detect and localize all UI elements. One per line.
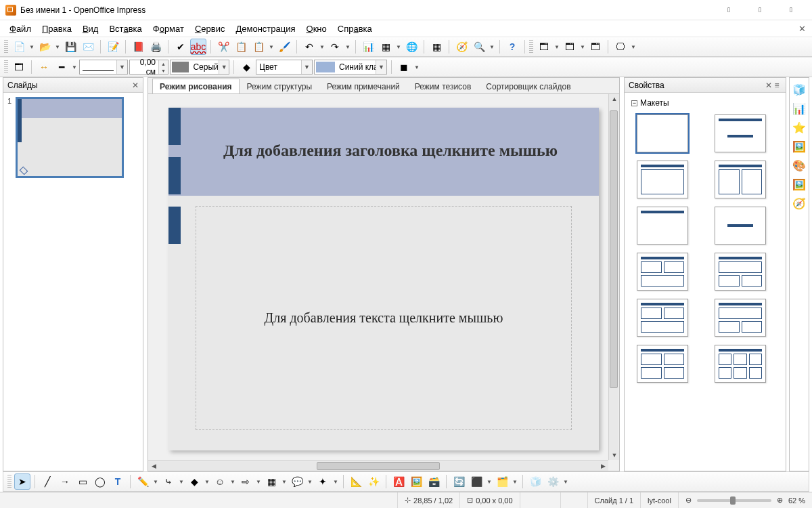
- format-paintbrush-button[interactable]: 🖌️: [276, 39, 292, 55]
- rotate-tool[interactable]: 🔄: [451, 473, 467, 490]
- table-button[interactable]: ▦: [378, 39, 394, 55]
- line-width-spinner[interactable]: 0,00 см ▲▼: [129, 60, 168, 75]
- arrange-tool[interactable]: 🗂️: [494, 473, 510, 490]
- print-button[interactable]: 🖨️: [148, 39, 164, 55]
- close-button[interactable]: : [775, 0, 807, 20]
- extrusion-tool[interactable]: 🧊: [527, 473, 543, 490]
- status-theme[interactable]: lyt-cool: [641, 492, 679, 508]
- zoom-in-button[interactable]: ⊕: [777, 496, 783, 505]
- new-dropdown[interactable]: ▼: [28, 39, 35, 55]
- curve-tool[interactable]: ✏️: [135, 473, 151, 490]
- properties-panel-close[interactable]: ✕: [765, 81, 772, 90]
- stars-tool[interactable]: ✦: [315, 473, 331, 490]
- sidebar-gallery-icon[interactable]: 🖼️: [792, 177, 807, 192]
- slides-list[interactable]: 1: [3, 93, 143, 471]
- layout-centered[interactable]: [715, 207, 766, 245]
- block-arrows-tool[interactable]: ⇨: [238, 473, 254, 490]
- arrow-tool[interactable]: →: [57, 473, 73, 490]
- slide-canvas[interactable]: Для добавления заголовка щелкните мышью …: [168, 108, 599, 450]
- menu-insert[interactable]: Вставка: [104, 22, 147, 35]
- layout-blank[interactable]: [637, 114, 688, 152]
- symbol-shapes-tool[interactable]: ☺: [212, 473, 228, 490]
- menu-view[interactable]: Вид: [77, 22, 104, 35]
- collapse-icon[interactable]: −: [631, 100, 637, 106]
- auto-spellcheck-button[interactable]: abc: [190, 39, 206, 55]
- from-file-tool[interactable]: 🖼️: [408, 473, 424, 490]
- toolbar-grip[interactable]: [4, 40, 8, 54]
- sidebar-transition-icon[interactable]: 🖼️: [792, 139, 807, 154]
- area-button[interactable]: ◆: [238, 59, 254, 75]
- status-slide[interactable]: Слайд 1 / 1: [588, 492, 641, 508]
- paste-dropdown[interactable]: ▼: [268, 39, 275, 55]
- sidebar-animation-icon[interactable]: ⭐: [792, 120, 807, 135]
- slide-title-placeholder[interactable]: Для добавления заголовка щелкните мышью: [209, 142, 572, 160]
- callout-tool[interactable]: 💬: [289, 473, 305, 490]
- line-pattern-combo[interactable]: ▼: [79, 60, 128, 75]
- zoom-value[interactable]: 62 %: [788, 496, 805, 505]
- horizontal-scrollbar[interactable]: ◀▶: [148, 460, 608, 471]
- text-tool[interactable]: T: [110, 473, 126, 490]
- hyperlink-button[interactable]: 🌐: [403, 39, 420, 55]
- open-dropdown[interactable]: ▼: [54, 39, 61, 55]
- zoom-dropdown[interactable]: ▼: [489, 39, 495, 55]
- navigator-button[interactable]: 🧭: [453, 39, 470, 55]
- interaction-tool[interactable]: ⚙️: [545, 473, 561, 490]
- help-button[interactable]: ?: [504, 39, 520, 55]
- select-tool[interactable]: ➤: [14, 473, 30, 490]
- export-pdf-button[interactable]: 📕: [130, 39, 146, 55]
- paste-button[interactable]: 📋: [250, 39, 267, 55]
- layout-10[interactable]: [715, 299, 766, 337]
- basic-shapes-tool[interactable]: ◆: [186, 473, 202, 490]
- layout-9[interactable]: [637, 299, 688, 337]
- zoom-button[interactable]: 🔍: [471, 39, 487, 55]
- layouts-section-header[interactable]: − Макеты: [630, 96, 780, 110]
- tab-sorter[interactable]: Сортировщик слайдов: [478, 79, 578, 94]
- toolbar-grip-3[interactable]: [4, 60, 8, 74]
- line-style-button[interactable]: ━: [53, 59, 70, 75]
- slideshow-button[interactable]: 🖵: [612, 39, 629, 55]
- open-button[interactable]: 📂: [37, 39, 53, 55]
- gallery-tool[interactable]: 🗃️: [426, 473, 442, 490]
- tab-handout[interactable]: Режим тезисов: [407, 79, 479, 94]
- layout-11[interactable]: [637, 345, 688, 383]
- points-tool[interactable]: 📐: [348, 473, 364, 490]
- zoom-slider[interactable]: [697, 499, 771, 502]
- sidebar-master-icon[interactable]: 📊: [792, 101, 807, 116]
- layout-two-content[interactable]: [715, 161, 766, 198]
- cut-button[interactable]: ✂️: [215, 39, 231, 55]
- flowchart-tool[interactable]: ▦: [263, 473, 279, 490]
- arrow-style-button[interactable]: ↔: [36, 59, 52, 75]
- tab-drawing[interactable]: Режим рисования: [152, 79, 240, 94]
- layout-8[interactable]: [715, 253, 766, 291]
- spellcheck-button[interactable]: ✔: [173, 39, 189, 55]
- glue-tool[interactable]: ✨: [365, 473, 382, 490]
- menu-tools[interactable]: Сервис: [189, 22, 231, 35]
- align-tool[interactable]: ⬛: [468, 473, 484, 490]
- drawbar-overflow[interactable]: ▼: [562, 473, 569, 490]
- grid-button[interactable]: ▦: [428, 39, 445, 55]
- vertical-scrollbar[interactable]: ▲▼: [608, 94, 619, 460]
- maximize-button[interactable]: : [744, 0, 775, 20]
- properties-panel-menu[interactable]: ≡: [772, 81, 782, 90]
- close-document-button[interactable]: ✕: [796, 24, 808, 34]
- sidebar-navigator-icon[interactable]: 🧭: [792, 196, 807, 211]
- layout-title-content[interactable]: [637, 161, 688, 198]
- fill-mode-combo[interactable]: Цвет▼: [256, 60, 313, 75]
- rectangle-tool[interactable]: ▭: [74, 473, 91, 490]
- menu-format[interactable]: Формат: [148, 22, 189, 35]
- menu-slideshow[interactable]: Демонстрация: [230, 22, 300, 35]
- minimize-button[interactable]: : [713, 0, 744, 20]
- line-tool[interactable]: ╱: [39, 473, 55, 490]
- slide-button[interactable]: 🗔: [536, 39, 552, 55]
- layout-title-only[interactable]: [637, 207, 688, 245]
- shadow-button[interactable]: ◼: [396, 59, 412, 75]
- zoom-out-button[interactable]: ⊖: [685, 496, 692, 505]
- tab-notes[interactable]: Режим примечаний: [319, 79, 407, 94]
- chart-button[interactable]: 📊: [360, 39, 376, 55]
- menu-help[interactable]: Справка: [332, 22, 378, 35]
- fontwork-tool[interactable]: 🅰️: [390, 473, 407, 490]
- slide-layout-button[interactable]: 🗔: [587, 39, 604, 55]
- slide-design-button[interactable]: 🗔: [562, 39, 578, 55]
- tab-outline[interactable]: Режим структуры: [240, 79, 320, 94]
- sidebar-styles-icon[interactable]: 🎨: [792, 158, 807, 173]
